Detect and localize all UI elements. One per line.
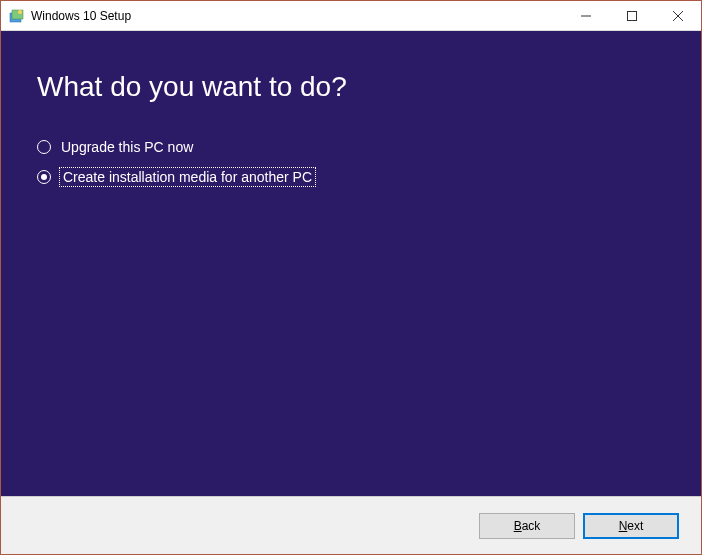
titlebar: Windows 10 Setup (1, 1, 701, 31)
page-heading: What do you want to do? (37, 71, 665, 103)
option-label: Create installation media for another PC (61, 169, 314, 185)
svg-rect-4 (628, 11, 637, 20)
option-upgrade[interactable]: Upgrade this PC now (37, 139, 665, 155)
window-title: Windows 10 Setup (31, 9, 131, 23)
content-area: What do you want to do? Upgrade this PC … (1, 31, 701, 496)
back-button[interactable]: Back (479, 513, 575, 539)
next-button[interactable]: Next (583, 513, 679, 539)
close-button[interactable] (655, 1, 701, 30)
footer: Back Next (1, 496, 701, 554)
maximize-button[interactable] (609, 1, 655, 30)
window-controls (563, 1, 701, 30)
radio-icon (37, 170, 51, 184)
setup-window: Windows 10 Setup What do you want to do?… (0, 0, 702, 555)
app-icon (9, 8, 25, 24)
options-group: Upgrade this PC now Create installation … (37, 139, 665, 185)
radio-icon (37, 140, 51, 154)
minimize-button[interactable] (563, 1, 609, 30)
svg-point-2 (18, 10, 22, 14)
option-label: Upgrade this PC now (61, 139, 193, 155)
option-create-media[interactable]: Create installation media for another PC (37, 169, 665, 185)
